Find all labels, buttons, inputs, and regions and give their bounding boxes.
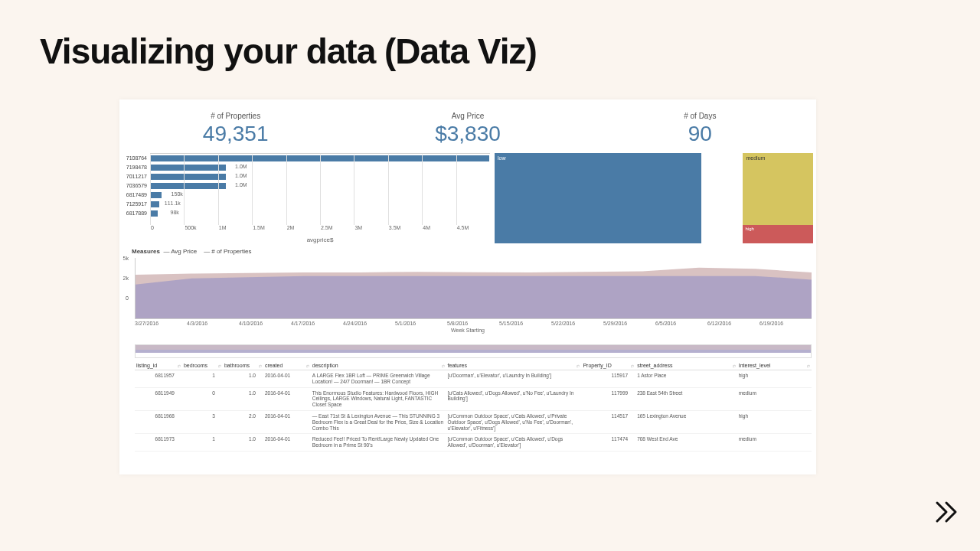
- logo-icon: [934, 500, 959, 530]
- treemap-tile-medium[interactable]: medium: [743, 153, 813, 225]
- column-header-Property_ID[interactable]: Property_ID⌕: [581, 361, 635, 370]
- bar-category-label: 6817889: [122, 210, 147, 216]
- table-row[interactable]: 681195711.02016-04-01A LARGE Flex 1BR Lo…: [135, 370, 812, 388]
- cell-features: [u'Cats Allowed', u'Dogs Allowed', u'No …: [446, 387, 582, 410]
- cell-Interest_level: medium: [737, 434, 812, 452]
- search-icon[interactable]: ⌕: [733, 363, 736, 368]
- cell-bedrooms: 0: [182, 387, 223, 410]
- cell-features: [u'Common Outdoor Space', u'Cats Allowed…: [446, 410, 582, 433]
- area-x-tick: 6/19/2016: [760, 321, 812, 326]
- cell-listing_id: 6811973: [135, 434, 182, 452]
- table-row[interactable]: 681194901.02016-04-01This Enormous Studi…: [135, 387, 812, 410]
- bar-chart[interactable]: 71087644.49M71984781.0M70112171.0M703657…: [122, 153, 490, 243]
- bar-x-tick: 4M: [422, 155, 456, 225]
- bar-x-tick: 3.5M: [388, 155, 422, 225]
- range-selector[interactable]: [135, 344, 812, 358]
- kpi-avg-price: Avg Price $3,830: [351, 99, 583, 153]
- kpi-label: # of Days: [584, 112, 816, 120]
- kpi-row: # of Properties 49,351 Avg Price $3,830 …: [119, 99, 816, 153]
- bar-category-label: 7125917: [122, 201, 147, 207]
- cell-street_address: 708 West End Ave: [635, 434, 737, 452]
- cell-listing_id: 6811957: [135, 370, 182, 388]
- search-icon[interactable]: ⌕: [218, 363, 221, 368]
- cell-created: 2016-04-01: [263, 387, 311, 410]
- bar-category-label: 7011217: [122, 174, 147, 179]
- tile-label: medium: [746, 155, 765, 161]
- cell-listing_id: 6811949: [135, 387, 182, 410]
- cell-Interest_level: high: [737, 410, 812, 433]
- column-header-features[interactable]: features⌕: [446, 361, 582, 370]
- cell-description: — East 71st St & Lexington Avenue — This…: [311, 410, 446, 433]
- area-x-axis: 3/27/20164/3/20164/10/20164/17/20164/24/…: [135, 321, 812, 326]
- bar-x-tick: 1M: [218, 155, 252, 225]
- cell-bathrooms: 1.0: [223, 387, 263, 410]
- cell-features: [u'Common Outdoor Space', u'Cats Allowed…: [446, 434, 582, 452]
- treemap-chart[interactable]: low medium high Interest_level high low …: [495, 153, 813, 243]
- search-icon[interactable]: ⌕: [577, 363, 580, 368]
- kpi-value: 49,351: [119, 122, 351, 146]
- cell-description: A LARGE Flex 1BR Loft — PRIME Greenwich …: [311, 370, 446, 388]
- search-icon[interactable]: ⌕: [178, 363, 181, 368]
- cell-Property_ID: 115917: [581, 370, 635, 388]
- cell-Interest_level: high: [737, 370, 812, 388]
- cell-Interest_level: medium: [737, 387, 812, 410]
- cell-street_address: 165 Lexington Avenue: [635, 410, 737, 433]
- measures-label: Measures — Avg Price — # of Properties: [124, 246, 812, 258]
- cell-description: Reduced Fee!! Priced To Rent!Large Newly…: [311, 434, 446, 452]
- bar-x-tick: 2.5M: [320, 155, 354, 225]
- column-header-bedrooms[interactable]: bedrooms⌕: [182, 361, 223, 370]
- area-x-tick: 5/15/2016: [499, 321, 551, 326]
- bar-category-label: 7036579: [122, 183, 147, 188]
- bar-x-tick: 0: [150, 155, 184, 225]
- area-x-tick: 5/1/2016: [395, 321, 447, 326]
- column-header-bathrooms[interactable]: bathrooms⌕: [223, 361, 263, 370]
- area-subtitle: Week Starting: [124, 328, 812, 333]
- column-header-listing_id[interactable]: listing_id⌕: [135, 361, 182, 370]
- cell-bedrooms: 1: [182, 370, 223, 388]
- cell-features: [u'Doorman', u'Elevator', u'Laundry In B…: [446, 370, 582, 388]
- area-y-axis: 5k2k0: [119, 256, 129, 343]
- area-x-tick: 6/5/2016: [655, 321, 707, 326]
- tile-label: low: [498, 155, 506, 161]
- cell-bedrooms: 3: [182, 410, 223, 433]
- area-x-tick: 4/3/2016: [187, 321, 239, 326]
- cell-description: This Enormous Studio Features: Hardwood …: [311, 387, 446, 410]
- cell-bedrooms: 1: [182, 434, 223, 452]
- area-x-tick: 4/24/2016: [343, 321, 395, 326]
- search-icon[interactable]: ⌕: [631, 363, 634, 368]
- tile-label: high: [745, 227, 753, 231]
- bar-x-tick: 4.5M: [456, 155, 490, 225]
- column-header-Interest_level[interactable]: Interest_level⌕: [737, 361, 812, 370]
- treemap-tile-high[interactable]: high: [743, 225, 813, 243]
- bar-category-label: 7108764: [122, 155, 147, 161]
- bar-x-axis-title: avgprice$: [150, 236, 490, 243]
- search-icon[interactable]: ⌕: [442, 363, 445, 368]
- bar-x-tick: 2M: [286, 155, 320, 225]
- data-table[interactable]: listing_id⌕bedrooms⌕bathrooms⌕created⌕de…: [119, 358, 816, 465]
- dashboard-container: # of Properties 49,351 Avg Price $3,830 …: [119, 99, 816, 474]
- area-x-tick: 5/29/2016: [603, 321, 655, 326]
- kpi-value: $3,830: [351, 122, 583, 146]
- kpi-value: 90: [584, 122, 816, 146]
- bar-x-tick: 1.5M: [252, 155, 286, 225]
- treemap-tile-low[interactable]: low: [495, 153, 701, 243]
- table-row[interactable]: 681196832.02016-04-01— East 71st St & Le…: [135, 410, 812, 433]
- table-row[interactable]: 681197311.02016-04-01Reduced Fee!! Price…: [135, 434, 812, 452]
- search-icon[interactable]: ⌕: [807, 363, 810, 368]
- area-y-tick: 2k: [119, 276, 129, 295]
- search-icon[interactable]: ⌕: [306, 363, 309, 368]
- column-header-street_address[interactable]: street_address⌕: [635, 361, 737, 370]
- cell-created: 2016-04-01: [263, 370, 311, 388]
- kpi-properties: # of Properties 49,351: [119, 99, 351, 153]
- cell-created: 2016-04-01: [263, 434, 311, 452]
- area-chart[interactable]: Measures — Avg Price — # of Properties 5…: [119, 243, 816, 343]
- cell-bathrooms: 1.0: [223, 370, 263, 388]
- column-header-description[interactable]: description⌕: [311, 361, 446, 370]
- cell-listing_id: 6811968: [135, 410, 182, 433]
- column-header-created[interactable]: created⌕: [263, 361, 311, 370]
- search-icon[interactable]: ⌕: [259, 363, 262, 368]
- cell-Property_ID: 117474: [581, 434, 635, 452]
- cell-bathrooms: 1.0: [223, 434, 263, 452]
- bar-category-label: 7198478: [122, 165, 147, 170]
- area-x-tick: 6/12/2016: [707, 321, 760, 326]
